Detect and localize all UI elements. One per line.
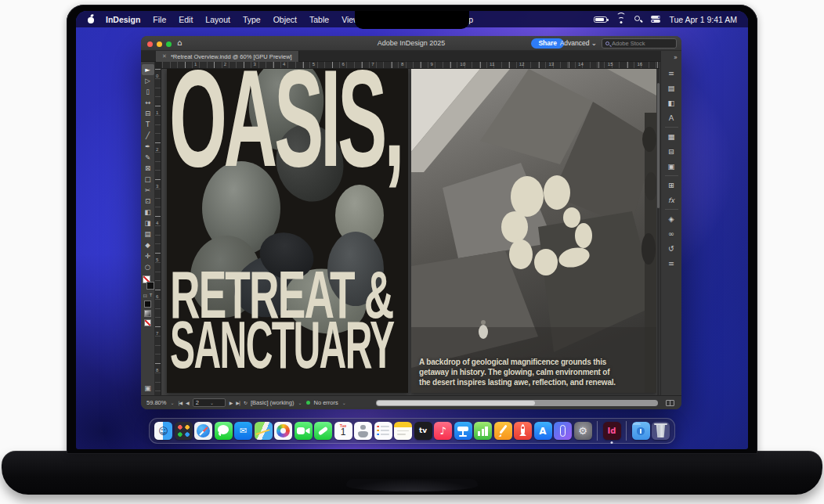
pencil-tool[interactable]: ✎ <box>142 152 154 163</box>
zoom-tool[interactable]: ○ <box>142 261 154 272</box>
menu-edit[interactable]: Edit <box>172 15 199 24</box>
formatting-toggle[interactable]: ⊡ T <box>143 293 153 298</box>
dock-notes[interactable] <box>394 422 412 440</box>
dock-launchpad[interactable] <box>175 422 193 440</box>
apply-color-icon[interactable] <box>144 301 151 308</box>
page-number-field[interactable]: 2 ⌄ <box>193 398 226 407</box>
battery-icon[interactable] <box>594 16 607 23</box>
close-tab-icon[interactable]: ✕ <box>162 53 167 59</box>
dock-maps[interactable] <box>255 422 273 440</box>
character-panel[interactable]: A <box>661 110 682 125</box>
workspace-dropdown[interactable]: Advanced ⌄ <box>560 39 597 47</box>
pen-tool[interactable]: ✒ <box>142 141 154 152</box>
note-tool[interactable]: ▤ <box>142 229 154 239</box>
dock-pages[interactable] <box>494 422 512 440</box>
dock-safari[interactable] <box>194 422 212 440</box>
formatting-container-icon[interactable]: ⊡ <box>143 293 147 298</box>
stroke-swatch-icon[interactable] <box>146 282 154 290</box>
apply-none-icon[interactable] <box>144 319 151 326</box>
effects-panel[interactable]: fx <box>661 193 682 207</box>
align-panel[interactable]: ⊞ <box>661 178 682 193</box>
dock-numbers[interactable] <box>474 422 492 440</box>
dock-reminders[interactable] <box>374 422 392 440</box>
document-tab[interactable]: ✕ *Retreat Overview.indd @ 60% [GPU Prev… <box>156 51 299 62</box>
direct-selection-tool[interactable]: ▷ <box>142 75 154 86</box>
search-icon[interactable] <box>634 16 642 23</box>
menu-file[interactable]: File <box>146 15 172 24</box>
dock-mail[interactable]: ✉ <box>234 422 252 440</box>
menu-indesign[interactable]: InDesign <box>99 15 146 24</box>
selection-tool[interactable]: ► <box>142 64 154 75</box>
apple-menu-icon[interactable] <box>87 15 95 23</box>
menu-type[interactable]: Type <box>237 15 267 24</box>
dock-facetime[interactable] <box>295 422 313 440</box>
menu-object[interactable]: Object <box>267 15 303 24</box>
page-tool[interactable]: ▯ <box>142 86 154 97</box>
dock-finder[interactable]: ☺ <box>154 422 172 440</box>
dock-phone[interactable] <box>314 422 332 440</box>
preflight-icon[interactable]: ↻ <box>244 400 247 405</box>
gradient-feather-tool[interactable]: ◨ <box>142 218 154 229</box>
dock-trash[interactable] <box>652 422 670 440</box>
hand-tool[interactable]: ✛ <box>142 250 154 261</box>
media-panel[interactable]: ▣ <box>661 159 682 174</box>
vertical-scrollbar-thumb[interactable] <box>657 83 660 208</box>
errors-dropdown-icon[interactable]: ⌄ <box>342 400 346 405</box>
history-panel[interactable]: ↺ <box>661 241 682 256</box>
pages-panel[interactable]: ▤ <box>661 81 682 95</box>
previous-page-button[interactable]: ◀ <box>186 400 189 405</box>
dock-messages[interactable] <box>215 422 233 440</box>
dock-downloads-folder[interactable] <box>632 422 650 440</box>
horizontal-scrollbar[interactable] <box>376 400 658 406</box>
properties-panel[interactable]: ≡ <box>661 66 682 81</box>
dock-indesign[interactable]: Id <box>603 422 621 440</box>
next-page-button[interactable]: ▶ <box>229 400 233 405</box>
menu-table[interactable]: Table <box>303 15 335 24</box>
gradient-swatch-tool[interactable]: ◧ <box>142 207 154 218</box>
screen-mode-icon[interactable]: ▣ <box>144 384 151 392</box>
layers-panel[interactable]: ◈ <box>661 211 682 226</box>
gap-tool[interactable]: ↔ <box>142 97 154 108</box>
error-status[interactable]: No errors <box>314 399 338 406</box>
preflight-dropdown-icon[interactable]: ⌄ <box>298 400 302 405</box>
swatches-panel[interactable]: ⊟ <box>661 144 682 159</box>
wifi-icon[interactable] <box>616 16 626 23</box>
dock-iphone-mirroring[interactable] <box>554 422 572 440</box>
fill-stroke-swatches[interactable] <box>142 275 154 291</box>
dock-calendar[interactable]: Tue1 <box>334 422 352 440</box>
formatting-text-icon[interactable]: T <box>150 293 153 298</box>
dock-app-store[interactable]: A <box>534 422 552 440</box>
type-tool[interactable]: T <box>142 119 154 130</box>
dock-music[interactable]: ♪ <box>434 422 452 440</box>
split-layout-icon[interactable] <box>666 400 674 406</box>
expand-panels-icon[interactable]: » <box>674 54 681 61</box>
dock-rocket-app[interactable] <box>514 422 532 440</box>
vertical-ruler[interactable]: 012345678 <box>155 69 161 395</box>
dock-system-settings[interactable]: ⚙ <box>574 422 592 440</box>
horizontal-scrollbar-thumb[interactable] <box>377 401 535 405</box>
dock-photos[interactable] <box>274 422 292 440</box>
stroke-panel[interactable]: ≡ <box>661 256 682 271</box>
content-collector-tool[interactable]: ⊟ <box>142 108 154 119</box>
eyedropper-tool[interactable]: ◆ <box>142 239 154 250</box>
frame-tool[interactable]: ⊠ <box>142 163 154 174</box>
scissors-tool[interactable]: ✂ <box>142 185 154 196</box>
menu-clock[interactable]: Tue Apr 1 9:41 AM <box>669 15 737 24</box>
dock-keynote[interactable] <box>454 422 472 440</box>
zoom-level[interactable]: 59.80% <box>146 399 166 406</box>
dock-contacts[interactable] <box>354 422 372 440</box>
free-transform-tool[interactable]: ⊡ <box>142 196 154 207</box>
first-page-button[interactable]: |◀ <box>178 400 182 405</box>
cc-libraries-panel[interactable]: ◧ <box>661 95 682 110</box>
horizontal-ruler[interactable]: 12345678910111213141516 <box>155 62 660 69</box>
last-page-button[interactable]: ▶| <box>236 400 240 405</box>
preflight-profile[interactable]: [Basic] (working) <box>251 399 294 406</box>
ruler-origin-corner[interactable] <box>155 62 161 69</box>
menu-layout[interactable]: Layout <box>199 15 237 24</box>
zoom-dropdown-icon[interactable]: ⌄ <box>170 400 174 405</box>
window-titlebar[interactable]: ⌂ Adobe InDesign 2025 Share Advanced ⌄ A… <box>141 36 681 51</box>
vertical-scrollbar[interactable] <box>657 69 660 395</box>
apply-gradient-icon[interactable] <box>144 310 151 317</box>
dock-apple-tv[interactable]: tv <box>414 422 432 440</box>
adobe-stock-search[interactable]: Adobe Stock <box>602 38 677 49</box>
